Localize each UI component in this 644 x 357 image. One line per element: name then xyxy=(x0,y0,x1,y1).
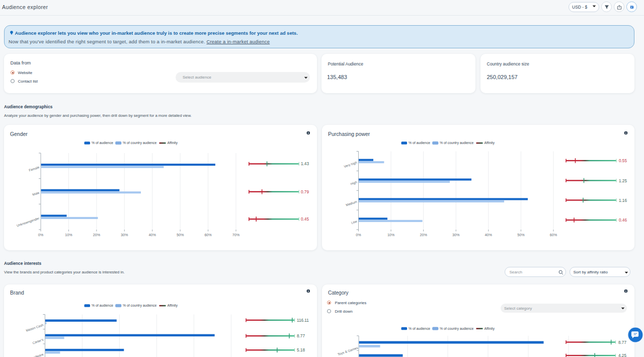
svg-text:60%: 60% xyxy=(550,233,557,237)
svg-text:High: High xyxy=(350,180,358,186)
svg-text:4.25: 4.25 xyxy=(618,353,626,357)
svg-text:Mason Cash: Mason Cash xyxy=(25,323,44,332)
svg-text:% of audience: % of audience xyxy=(92,141,113,145)
svg-text:20%: 20% xyxy=(93,233,101,237)
svg-text:Affinity: Affinity xyxy=(485,327,495,331)
svg-text:Female: Female xyxy=(28,165,40,172)
svg-text:% of audience: % of audience xyxy=(409,327,430,330)
svg-text:Gender: Gender xyxy=(10,131,28,137)
svg-text:1.25: 1.25 xyxy=(619,179,627,183)
svg-text:30%: 30% xyxy=(452,233,460,237)
svg-text:50%: 50% xyxy=(517,233,525,237)
svg-text:0%: 0% xyxy=(356,233,361,237)
svg-text:Carter's: Carter's xyxy=(32,337,44,344)
svg-text:Restoration Hardware: Restoration Hardware xyxy=(13,352,44,357)
svg-text:116.11: 116.11 xyxy=(297,318,309,323)
svg-text:1.43: 1.43 xyxy=(301,162,309,166)
svg-text:% of audience: % of audience xyxy=(92,304,113,307)
svg-text:Affinity: Affinity xyxy=(485,141,495,145)
svg-text:0.55: 0.55 xyxy=(619,159,627,163)
svg-text:0.79: 0.79 xyxy=(301,190,309,194)
svg-text:8.77: 8.77 xyxy=(618,340,626,345)
svg-text:Toys & Games: Toys & Games xyxy=(337,346,359,357)
svg-text:20%: 20% xyxy=(420,233,427,237)
svg-text:1.16: 1.16 xyxy=(619,198,627,203)
svg-text:0.45: 0.45 xyxy=(301,217,309,222)
svg-text:70%: 70% xyxy=(232,233,240,237)
svg-text:40%: 40% xyxy=(149,233,156,237)
svg-text:Affinity: Affinity xyxy=(168,304,178,308)
svg-text:30%: 30% xyxy=(121,233,128,237)
svg-text:50%: 50% xyxy=(177,233,184,237)
svg-text:10%: 10% xyxy=(387,233,395,237)
svg-text:60%: 60% xyxy=(204,233,212,237)
svg-text:5.18: 5.18 xyxy=(297,348,305,352)
svg-text:Low: Low xyxy=(351,219,358,225)
svg-text:0.46: 0.46 xyxy=(619,218,627,223)
svg-text:Affinity: Affinity xyxy=(168,141,178,145)
svg-text:Brand: Brand xyxy=(10,290,24,296)
svg-text:% of country audience: % of country audience xyxy=(440,141,473,145)
svg-text:8.77: 8.77 xyxy=(297,334,305,338)
svg-text:Purchasing power: Purchasing power xyxy=(328,131,370,137)
svg-text:Medium: Medium xyxy=(345,200,357,207)
svg-text:Male: Male xyxy=(32,191,40,196)
svg-text:% of country audience: % of country audience xyxy=(440,327,473,331)
svg-text:Very high: Very high xyxy=(344,161,358,169)
svg-text:40%: 40% xyxy=(485,233,493,237)
svg-text:% of country audience: % of country audience xyxy=(123,304,156,308)
svg-text:0%: 0% xyxy=(38,233,44,237)
svg-text:% of audience: % of audience xyxy=(409,141,430,145)
svg-text:Unknowngender: Unknowngender xyxy=(16,216,40,228)
svg-text:% of country audience: % of country audience xyxy=(123,141,156,145)
svg-text:10%: 10% xyxy=(65,233,72,237)
